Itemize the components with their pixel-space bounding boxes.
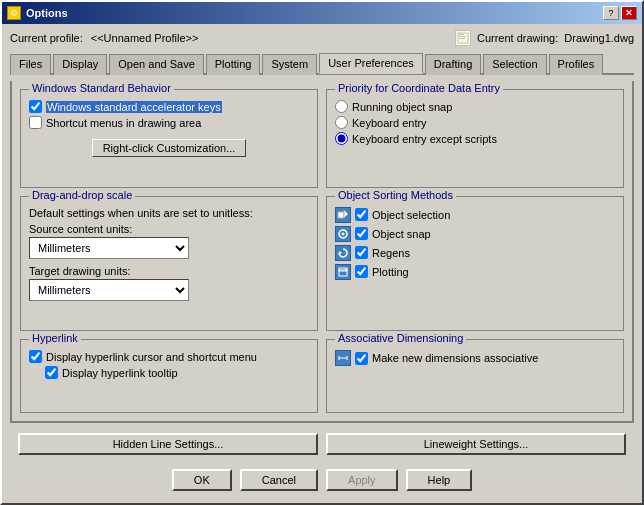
priority-label-1: Running object snap (352, 101, 452, 113)
svg-rect-1 (459, 34, 464, 35)
sort-snap-check[interactable] (355, 227, 368, 240)
help-btn[interactable]: Help (406, 469, 473, 491)
windows-standard-group: Windows Standard Behavior Windows standa… (20, 89, 318, 188)
sort-icon-4 (335, 264, 351, 280)
tab-files[interactable]: Files (10, 54, 51, 75)
tab-open-save[interactable]: Open and Save (109, 54, 203, 75)
sort-obj-selection: Object selection (335, 207, 615, 223)
drag-drop-group: Drag-and-drop scale Default settings whe… (20, 196, 318, 332)
hyperlink-tooltip-row: Display hyperlink tooltip (45, 366, 309, 379)
sort-icon-2 (335, 226, 351, 242)
sort-obj-snap: Object snap (335, 226, 615, 242)
svg-rect-2 (459, 36, 466, 37)
hyperlink-title: Hyperlink (29, 332, 81, 344)
right-click-customization-btn[interactable]: Right-click Customization... (92, 139, 247, 157)
accel-keys-checkbox[interactable] (29, 100, 42, 113)
sort-selection-check[interactable] (355, 208, 368, 221)
tab-user-preferences[interactable]: User Preferences (319, 53, 423, 74)
radio-keyboard: Keyboard entry (335, 116, 615, 129)
drag-drop-title: Drag-and-drop scale (29, 189, 135, 201)
hidden-line-btn[interactable]: Hidden Line Settings... (18, 433, 318, 455)
accel-keys-row: Windows standard accelerator keys (29, 100, 309, 113)
svg-marker-8 (339, 251, 342, 255)
hyperlink-cursor-check[interactable] (29, 350, 42, 363)
hyperlink-cursor-label: Display hyperlink cursor and shortcut me… (46, 351, 257, 363)
sort-plotting-check[interactable] (355, 265, 368, 278)
associative-title: Associative Dimensioning (335, 332, 466, 344)
title-bar: ⚙ Options ? ✕ (2, 2, 642, 24)
accel-keys-label: Windows standard accelerator keys (46, 101, 222, 113)
hyperlink-cursor-row: Display hyperlink cursor and shortcut me… (29, 350, 309, 363)
priority-radio-2[interactable] (335, 116, 348, 129)
priority-title: Priority for Coordinate Data Entry (335, 82, 503, 94)
ok-btn[interactable]: OK (172, 469, 232, 491)
source-select[interactable]: Millimeters InchesFeetMeters (29, 237, 189, 259)
drawing-icon (455, 30, 471, 46)
hyperlink-tooltip-label: Display hyperlink tooltip (62, 367, 178, 379)
sort-regens-label: Regens (372, 247, 410, 259)
help-title-btn[interactable]: ? (603, 6, 619, 20)
sort-selection-label: Object selection (372, 209, 450, 221)
tab-profiles[interactable]: Profiles (549, 54, 604, 75)
profile-area: Current profile: <<Unnamed Profile>> Cur… (10, 30, 634, 46)
priority-radio-1[interactable] (335, 100, 348, 113)
svg-rect-3 (459, 38, 465, 39)
object-sorting-group: Object Sorting Methods Object selection (326, 196, 624, 332)
svg-marker-5 (344, 210, 348, 218)
associative-group: Associative Dimensioning Make new dimens… (326, 339, 624, 413)
window-icon: ⚙ (7, 6, 21, 20)
main-panel: Windows Standard Behavior Windows standa… (10, 81, 634, 423)
radio-running-snap: Running object snap (335, 100, 615, 113)
priority-label-2: Keyboard entry (352, 117, 427, 129)
drawing-label: Current drawing: (477, 32, 558, 44)
apply-btn[interactable]: Apply (326, 469, 398, 491)
tab-drafting[interactable]: Drafting (425, 54, 482, 75)
sort-plotting-label: Plotting (372, 266, 409, 278)
lineweight-btn[interactable]: Lineweight Settings... (326, 433, 626, 455)
sort-icon-1 (335, 207, 351, 223)
close-btn[interactable]: ✕ (621, 6, 637, 20)
tab-system[interactable]: System (262, 54, 317, 75)
priority-group: Priority for Coordinate Data Entry Runni… (326, 89, 624, 188)
tabs-container: Files Display Open and Save Plotting Sys… (10, 52, 634, 75)
profile-label: Current profile: (10, 32, 83, 44)
bottom-buttons: Hidden Line Settings... Lineweight Setti… (10, 429, 634, 459)
shortcut-menus-checkbox[interactable] (29, 116, 42, 129)
tab-display[interactable]: Display (53, 54, 107, 75)
target-select[interactable]: Millimeters InchesFeetMeters (29, 279, 189, 301)
options-window: ⚙ Options ? ✕ Current profile: <<Unnamed… (0, 0, 644, 505)
target-label: Target drawing units: (29, 265, 309, 277)
shortcut-menus-row: Shortcut menus in drawing area (29, 116, 309, 129)
drawing-value: Drawing1.dwg (564, 32, 634, 44)
assoc-dim-icon (335, 350, 351, 366)
drag-drop-desc: Default settings when units are set to u… (29, 207, 309, 219)
hyperlink-group: Hyperlink Display hyperlink cursor and s… (20, 339, 318, 413)
sort-regens: Regens (335, 245, 615, 261)
profile-value: <<Unnamed Profile>> (91, 32, 199, 44)
source-label: Source content units: (29, 223, 309, 235)
sort-plotting: Plotting (335, 264, 615, 280)
sort-snap-label: Object snap (372, 228, 431, 240)
svg-rect-4 (338, 212, 344, 218)
cancel-btn[interactable]: Cancel (240, 469, 318, 491)
svg-point-7 (342, 232, 345, 235)
priority-label-3: Keyboard entry except scripts (352, 133, 497, 145)
object-sorting-title: Object Sorting Methods (335, 189, 456, 201)
assoc-dim-check[interactable] (355, 352, 368, 365)
tab-plotting[interactable]: Plotting (206, 54, 261, 75)
window-title: Options (26, 7, 68, 19)
ok-cancel-row: OK Cancel Apply Help (10, 465, 634, 497)
sort-icon-3 (335, 245, 351, 261)
sort-regens-check[interactable] (355, 246, 368, 259)
assoc-dim-row: Make new dimensions associative (335, 350, 615, 366)
assoc-dim-label: Make new dimensions associative (372, 352, 538, 364)
windows-standard-title: Windows Standard Behavior (29, 82, 174, 94)
radio-keyboard-except: Keyboard entry except scripts (335, 132, 615, 145)
tab-selection[interactable]: Selection (483, 54, 546, 75)
svg-point-11 (345, 268, 347, 270)
priority-radio-3[interactable] (335, 132, 348, 145)
shortcut-menus-label: Shortcut menus in drawing area (46, 117, 201, 129)
hyperlink-tooltip-check[interactable] (45, 366, 58, 379)
